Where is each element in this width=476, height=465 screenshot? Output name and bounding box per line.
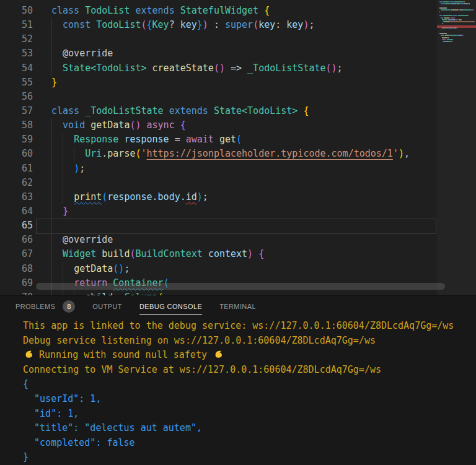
code-line-content: Response response = await get(: [51, 133, 476, 147]
panel-tab-bar: PROBLEMS 8 OUTPUT DEBUG CONSOLE TERMINAL: [0, 296, 476, 317]
line-number[interactable]: 54: [0, 61, 33, 76]
line-number[interactable]: 69: [0, 276, 33, 290]
code-line-content: }: [51, 204, 476, 219]
code-line-content: const TodoList({Key? key}) : super(key: …: [51, 18, 476, 32]
line-number[interactable]: 57: [0, 104, 33, 118]
line-number[interactable]: 65: [0, 219, 33, 233]
line-number[interactable]: 67: [0, 247, 33, 261]
line-number[interactable]: 61: [0, 162, 33, 176]
tab-output[interactable]: OUTPUT: [92, 296, 122, 317]
indent-guide: [51, 176, 52, 190]
code-line[interactable]: 59 Response response = await get(: [0, 133, 476, 147]
code-line-content: [51, 176, 476, 190]
line-number[interactable]: 70: [0, 290, 33, 295]
code-line-content: print(response.body.id);: [51, 190, 476, 204]
problems-count-badge: 8: [63, 300, 75, 313]
code-line-content: Uri.parse('https://jsonplaceholder.typic…: [51, 147, 476, 161]
code-line-content: child: Column(: [51, 290, 476, 295]
code-line-content: [51, 90, 476, 104]
console-line: "completed": false: [23, 436, 476, 451]
code-line[interactable]: 54 State<TodoList> createState() => _Tod…: [0, 61, 476, 76]
debug-console-output[interactable]: This app is linked to the debug service:…: [0, 317, 476, 465]
code-line-content: Widget build(BuildContext context) {: [51, 247, 476, 261]
code-line-content: getData();: [51, 262, 476, 276]
code-line[interactable]: 67 Widget build(BuildContext context) {: [0, 247, 476, 261]
code-line[interactable]: 60 Uri.parse('https://jsonplaceholder.ty…: [0, 147, 476, 161]
tab-debug-console-label: DEBUG CONSOLE: [139, 303, 202, 310]
code-line-content: State<TodoList> createState() => _TodoLi…: [51, 61, 476, 76]
tab-debug-console[interactable]: DEBUG CONSOLE: [139, 296, 202, 317]
flexed-biceps-emoji: [213, 349, 223, 359]
line-number[interactable]: 52: [0, 32, 33, 46]
line-number[interactable]: 59: [0, 133, 33, 147]
line-number[interactable]: 53: [0, 46, 33, 61]
code-line[interactable]: 57class _TodoListState extends State<Tod…: [0, 104, 476, 118]
line-number[interactable]: 51: [0, 18, 33, 32]
code-line[interactable]: 64 }: [0, 204, 476, 219]
code-line-content: }: [51, 76, 476, 90]
line-number[interactable]: 63: [0, 190, 33, 204]
console-line: }: [23, 450, 476, 465]
code-line[interactable]: 52: [0, 32, 476, 46]
code-line-content: void getData() async {: [51, 118, 476, 133]
console-line: "id": 1,: [23, 407, 476, 422]
code-line[interactable]: 65: [0, 219, 476, 233]
code-editor[interactable]: 50class TodoList extends StatefulWidget …: [0, 0, 476, 295]
code-line[interactable]: 53 @override: [0, 46, 476, 61]
code-line[interactable]: 62: [0, 176, 476, 190]
console-line: This app is linked to the debug service:…: [23, 319, 476, 334]
flexed-biceps-emoji: [23, 349, 33, 359]
line-number[interactable]: 66: [0, 233, 33, 247]
code-line[interactable]: 68 getData();: [0, 262, 476, 276]
code-line[interactable]: 58 void getData() async {: [0, 118, 476, 133]
tab-terminal[interactable]: TERMINAL: [219, 296, 256, 317]
code-line[interactable]: 55}: [0, 76, 476, 90]
minimap[interactable]: [437, 0, 476, 295]
indent-guide: [51, 32, 52, 46]
code-line[interactable]: 51 const TodoList({Key? key}) : super(ke…: [0, 18, 476, 32]
tab-terminal-label: TERMINAL: [219, 303, 256, 310]
line-number[interactable]: 56: [0, 90, 33, 104]
console-line: Connecting to VM Service at ws://127.0.0…: [23, 363, 476, 378]
code-line[interactable]: 50class TodoList extends StatefulWidget …: [0, 4, 476, 18]
tab-output-label: OUTPUT: [92, 303, 122, 310]
code-line-content: );: [51, 162, 476, 176]
minimap-error-marker: [437, 25, 476, 28]
line-number[interactable]: 55: [0, 76, 33, 90]
console-line: Running with sound null safety: [23, 348, 476, 363]
line-number[interactable]: 62: [0, 176, 33, 190]
code-line[interactable]: 63 print(response.body.id);: [0, 190, 476, 204]
code-line[interactable]: 56: [0, 90, 476, 104]
code-line[interactable]: 70 child: Column(: [0, 290, 476, 295]
console-line: "title": "delectus aut autem",: [23, 421, 476, 436]
code-line[interactable]: 66 @override: [0, 233, 476, 247]
line-number[interactable]: 58: [0, 118, 33, 133]
indent-guide: [51, 219, 52, 233]
indent-guide: [63, 176, 63, 190]
console-line: "userId": 1,: [23, 392, 476, 407]
line-number[interactable]: 60: [0, 147, 33, 161]
line-number[interactable]: 64: [0, 204, 33, 219]
code-line-content: [51, 219, 476, 233]
line-number[interactable]: 50: [0, 4, 33, 18]
code-line-content: [51, 32, 476, 46]
code-lines: 50class TodoList extends StatefulWidget …: [0, 4, 476, 295]
bottom-panel: PROBLEMS 8 OUTPUT DEBUG CONSOLE TERMINAL…: [0, 295, 476, 465]
line-number[interactable]: 68: [0, 262, 33, 276]
code-line-content: @override: [51, 46, 476, 61]
code-line-content: @override: [51, 233, 476, 247]
console-line: Debug service listening on ws://127.0.0.…: [23, 334, 476, 349]
code-line-content: class TodoList extends StatefulWidget {: [51, 4, 476, 18]
code-line-content: class _TodoListState extends State<TodoL…: [51, 104, 476, 118]
tab-problems[interactable]: PROBLEMS 8: [15, 296, 75, 317]
tab-problems-label: PROBLEMS: [15, 303, 55, 310]
horizontal-scrollbar[interactable]: [36, 283, 445, 290]
code-line[interactable]: 61 );: [0, 162, 476, 176]
console-line: {: [23, 377, 476, 392]
